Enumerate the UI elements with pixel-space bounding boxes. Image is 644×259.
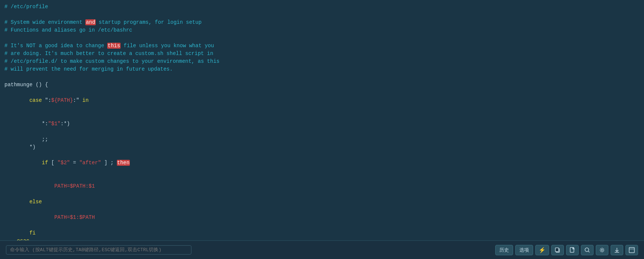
toolbar-right: 历史 选项 ⚡ xyxy=(495,245,638,255)
code-line-14: ;; xyxy=(4,136,640,143)
window-icon-button[interactable] xyxy=(625,245,638,255)
code-line-11: pathmunge () { xyxy=(4,81,640,89)
code-line-20: fi xyxy=(4,229,640,237)
statusbar: 历史 选项 ⚡ xyxy=(0,240,644,259)
code-line-12: case ":${PATH}:" in xyxy=(4,89,640,112)
code-line-2 xyxy=(4,11,640,19)
code-line-13: *:"$1":*) xyxy=(4,112,640,136)
search-icon xyxy=(584,247,590,253)
options-button[interactable]: 选项 xyxy=(515,245,533,255)
copy-icon xyxy=(555,247,561,253)
search-icon-button[interactable] xyxy=(581,245,594,255)
settings-icon xyxy=(599,247,605,253)
bolt-icon-button[interactable]: ⚡ xyxy=(535,245,549,255)
code-line-6: # It's NOT a good idea to change this fi… xyxy=(4,42,640,50)
download-icon-button[interactable] xyxy=(611,245,623,255)
code-line-7: # are doing. It's much better to create … xyxy=(4,50,640,58)
window-icon xyxy=(629,247,635,253)
copy-icon-button[interactable] xyxy=(551,245,564,255)
svg-rect-7 xyxy=(629,247,634,253)
history-button[interactable]: 历史 xyxy=(495,245,513,255)
code-line-10 xyxy=(4,73,640,81)
file-icon-button[interactable] xyxy=(566,245,579,255)
code-line-1: # /etc/profile xyxy=(4,3,640,11)
svg-rect-1 xyxy=(555,248,559,252)
code-line-5 xyxy=(4,34,640,42)
svg-point-5 xyxy=(601,249,603,251)
code-line-9: # will prevent the need for merging in f… xyxy=(4,65,640,73)
command-input[interactable] xyxy=(6,245,191,255)
code-line-16: if [ "$2" = "after" ] ; then xyxy=(4,151,640,175)
file-icon xyxy=(569,247,575,253)
code-editor: # /etc/profile # System wide environment… xyxy=(0,0,644,240)
settings-icon-button[interactable] xyxy=(596,245,608,255)
code-line-17: PATH=$PATH:$1 xyxy=(4,175,640,198)
code-line-3: # System wide environment and startup pr… xyxy=(4,19,640,26)
code-line-8: # /etc/profile.d/ to make custom changes… xyxy=(4,58,640,65)
code-line-15: *) xyxy=(4,143,640,151)
code-line-18: else xyxy=(4,198,640,206)
code-line-19: PATH=$1:$PATH xyxy=(4,206,640,229)
svg-point-3 xyxy=(585,248,589,252)
code-line-4: # Functions and aliases go in /etc/bashr… xyxy=(4,26,640,34)
code-line-21: esac xyxy=(4,237,640,240)
svg-line-4 xyxy=(588,251,589,252)
download-icon xyxy=(614,247,620,253)
command-input-area xyxy=(6,245,495,255)
